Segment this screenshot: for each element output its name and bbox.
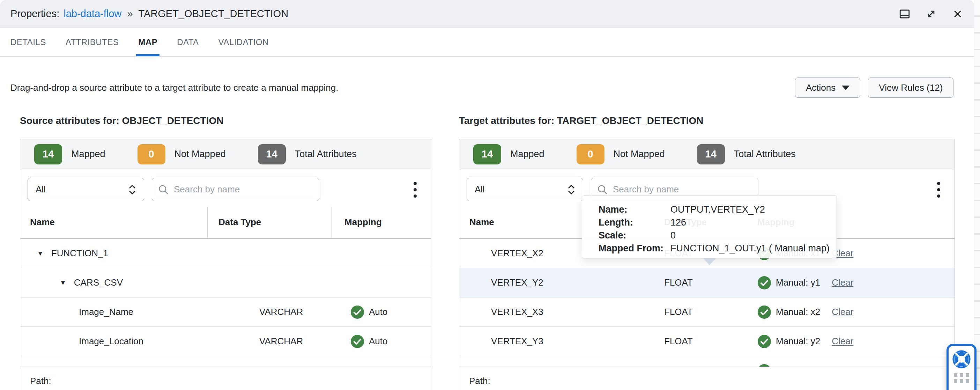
search-icon (597, 184, 608, 195)
tooltip-field-label: Length: (598, 217, 670, 228)
source-more-menu-icon[interactable] (408, 179, 422, 200)
table-row[interactable]: VERTEX_Y3 FLOAT Manual: y2 Clear (459, 327, 955, 356)
tooltip-field-value: 0 (670, 230, 676, 241)
chevron-down-icon (842, 86, 850, 90)
tooltip-field-value: OUTPUT.VERTEX_Y2 (670, 204, 765, 215)
source-filter-row: All Search by name (20, 169, 431, 206)
attribute-name: Image_Name (79, 307, 133, 317)
view-rules-button[interactable]: View Rules (12) (868, 78, 953, 98)
table-row[interactable]: Image_Location VARCHAR Auto (20, 327, 431, 356)
breadcrumb-link-dataflow[interactable]: lab-data-flow (64, 8, 121, 19)
mapped-label: Mapped (510, 149, 544, 159)
table-row[interactable]: ▼ CARS_CSV (20, 268, 431, 298)
attribute-data-type: VARCHAR (208, 307, 332, 317)
source-table-header: Name Data Type Mapping (20, 206, 431, 239)
table-row[interactable]: VERTEX_X3 FLOAT Manual: x2 Clear (459, 298, 955, 327)
source-search-input[interactable]: Search by name (152, 178, 319, 201)
page-title: Properties: (11, 8, 59, 19)
total-label: Total Attributes (295, 149, 357, 159)
attribute-data-type: VARCHAR (208, 336, 332, 347)
tooltip-field-label: Name: (598, 204, 670, 215)
mapped-count-badge: 14 (473, 144, 501, 164)
drag-handle-icon[interactable] (954, 373, 969, 383)
column-header-name[interactable]: Name (20, 206, 208, 238)
tooltip-field-label: Scale: (598, 230, 670, 241)
breadcrumb-separator: » (126, 8, 134, 19)
path-label: Path: (30, 376, 51, 386)
not-mapped-label: Not Mapped (175, 149, 226, 159)
target-panel-title: Target attributes for: TARGET_OBJECT_DET… (459, 115, 703, 126)
mapped-check-icon (757, 334, 771, 349)
tooltip-field-label: Mapped From: (598, 243, 670, 254)
not-mapped-label: Not Mapped (614, 149, 665, 159)
tab-data[interactable]: DATA (177, 28, 199, 56)
table-row[interactable]: Image_Name VARCHAR Auto (20, 298, 431, 327)
not-mapped-count-badge: 0 (137, 144, 165, 164)
target-path-footer: Path: (459, 367, 955, 387)
tab-validation[interactable]: VALIDATION (218, 28, 269, 56)
table-row-highlighted[interactable]: VERTEX_Y2 FLOAT Manual: y1 Clear (459, 268, 955, 298)
lifebuoy-help-icon (952, 350, 971, 369)
mapped-check-icon (757, 276, 771, 290)
tooltip-field-value: FUNCTION_1_OUT.y1 ( Manual map) (670, 243, 830, 254)
breadcrumb: Properties: lab-data-flow » TARGET_OBJEC… (11, 8, 288, 19)
tab-bar: DETAILS ATTRIBUTES MAP DATA VALIDATION (0, 28, 974, 57)
mapping-type-label: Manual: y2 (776, 336, 820, 347)
target-more-menu-icon[interactable] (931, 179, 945, 200)
collapse-caret-icon[interactable]: ▼ (60, 279, 66, 287)
table-row[interactable]: ▼ FUNCTION_1 (20, 239, 431, 268)
clear-mapping-link[interactable]: Clear (832, 307, 853, 317)
tab-details[interactable]: DETAILS (11, 28, 46, 56)
mapping-tooltip: Name: OUTPUT.VERTEX_Y2 Length: 126 Scale… (582, 195, 837, 258)
source-stats-band: 14 Mapped 0 Not Mapped 14 Total Attribut… (20, 139, 431, 169)
source-panel-title: Source attributes for: OBJECT_DETECTION (20, 115, 223, 126)
mapped-count-badge: 14 (34, 144, 62, 164)
path-label: Path: (469, 376, 490, 386)
select-chevrons-icon (568, 185, 575, 195)
actions-button[interactable]: Actions (795, 78, 860, 98)
mapping-type-label: Manual: y1 (776, 277, 820, 288)
clipped-row (20, 356, 431, 367)
source-path-footer: Path: (20, 367, 431, 387)
titlebar: Properties: lab-data-flow » TARGET_OBJEC… (0, 0, 974, 28)
mapped-check-icon (350, 334, 364, 349)
source-search-placeholder: Search by name (174, 184, 240, 195)
mapping-type-label: Manual: x2 (776, 307, 820, 317)
column-header-mapping[interactable]: Mapping (332, 206, 431, 238)
select-chevrons-icon (129, 185, 136, 195)
mapped-label: Mapped (71, 149, 105, 159)
scrollbar[interactable] (974, 0, 980, 390)
tab-map[interactable]: MAP (138, 28, 158, 56)
table-row[interactable]: VERTEX_X4 FLOAT Manual: x3 Clear (459, 356, 955, 367)
attribute-name: FUNCTION_1 (51, 248, 108, 259)
tooltip-field-value: 126 (670, 217, 686, 228)
clear-mapping-link[interactable]: Clear (832, 336, 853, 347)
properties-panel: Properties: lab-data-flow » TARGET_OBJEC… (0, 0, 980, 390)
dock-panel-icon[interactable] (898, 8, 911, 20)
breadcrumb-current: TARGET_OBJECT_DETECTION (138, 8, 288, 19)
target-stats-band: 14 Mapped 0 Not Mapped 14 Total Attribut… (459, 139, 955, 169)
actions-button-label: Actions (806, 83, 835, 93)
close-icon[interactable] (951, 8, 964, 20)
total-count-badge: 14 (697, 144, 725, 164)
collapse-caret-icon[interactable]: ▼ (37, 250, 44, 257)
clipped-row: VERTEX_X4 FLOAT Manual: x3 Clear (459, 356, 955, 367)
help-widget[interactable] (947, 344, 977, 390)
expand-icon[interactable] (925, 8, 937, 20)
tooltip-arrow (703, 258, 716, 265)
clear-mapping-link[interactable]: Clear (832, 277, 853, 288)
column-header-data-type[interactable]: Data Type (208, 206, 332, 238)
target-filter-select[interactable]: All (467, 178, 583, 201)
mapped-check-icon (757, 364, 771, 367)
window-controls (898, 8, 964, 20)
source-filter-value: All (36, 184, 46, 195)
mapping-type-label: Auto (369, 336, 388, 347)
tab-attributes[interactable]: ATTRIBUTES (65, 28, 119, 56)
mapped-check-icon (350, 305, 364, 319)
mapping-type-label: Auto (369, 307, 388, 317)
source-filter-select[interactable]: All (27, 178, 144, 201)
mapped-check-icon (757, 305, 771, 319)
source-attributes-panel: 14 Mapped 0 Not Mapped 14 Total Attribut… (20, 139, 431, 390)
search-icon (158, 184, 169, 195)
mapping-instruction: Drag-and-drop a source attribute to a ta… (11, 83, 338, 93)
